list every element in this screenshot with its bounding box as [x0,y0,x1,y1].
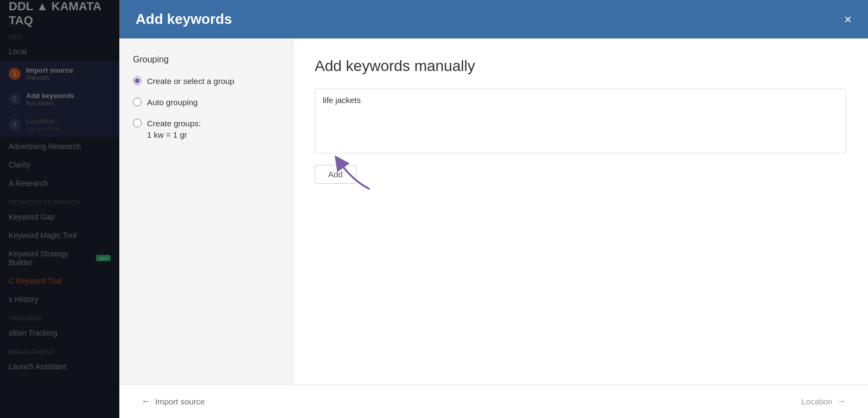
modal-body: Grouping Create or select a group Auto g… [119,38,868,384]
create-groups-label: Create groups:1 kw = 1 gr [147,118,201,140]
add-keywords-modal: Add keywords × Grouping Create or select… [119,0,868,418]
add-keywords-title: Add keywords manually [315,57,846,75]
next-arrow-icon: → [837,396,846,407]
arrow-annotation-container: Add [315,156,846,184]
grouping-option-auto[interactable]: Auto grouping [133,97,279,108]
modal-title: Add keywords [136,11,232,28]
radio-create-groups[interactable] [133,119,142,127]
radio-create-select[interactable] [133,76,142,85]
modal-header: Add keywords × [119,0,868,38]
next-button[interactable]: Location → [801,396,846,407]
keywords-panel: Add keywords manually life jackets Add [293,38,868,384]
grouping-panel: Grouping Create or select a group Auto g… [119,38,293,384]
cursor-arrow-annotation [331,153,374,191]
grouping-option-create-select[interactable]: Create or select a group [133,75,279,87]
grouping-title: Grouping [133,55,279,65]
auto-grouping-label: Auto grouping [147,97,197,108]
close-button[interactable]: × [844,13,852,26]
radio-auto-grouping[interactable] [133,98,142,106]
grouping-option-create-groups[interactable]: Create groups:1 kw = 1 gr [133,118,279,140]
keywords-textarea[interactable]: life jackets [315,88,846,153]
back-label: Import source [155,397,205,406]
create-select-label: Create or select a group [147,75,234,87]
back-arrow-icon: ← [141,396,151,407]
next-label: Location [801,397,832,406]
modal-footer: ← Import source Location → [119,384,868,418]
back-button[interactable]: ← Import source [141,396,205,407]
